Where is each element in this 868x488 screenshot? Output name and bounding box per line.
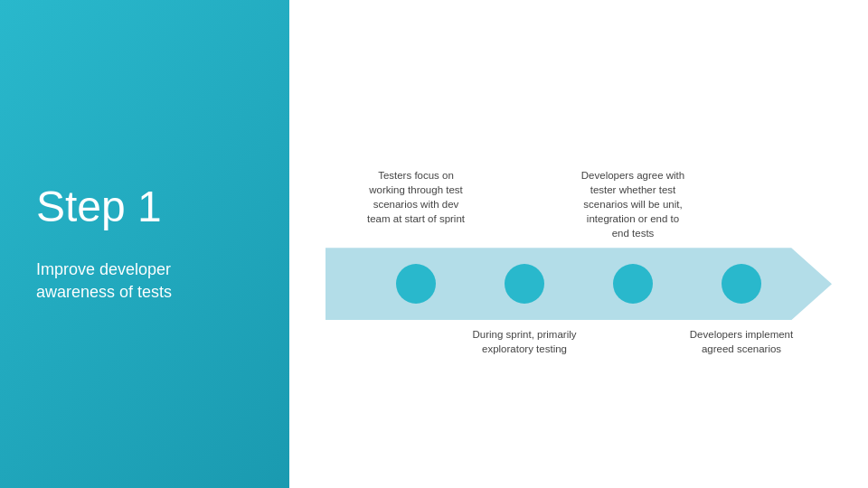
- sidebar: Step 1 Improve developer awareness of te…: [0, 0, 289, 488]
- labels-below: During sprint, primarily exploratory tes…: [326, 327, 832, 356]
- dot-4: [722, 264, 761, 304]
- step-description: Improve developer awareness of tests: [36, 258, 253, 304]
- dot-3: [613, 264, 653, 304]
- label-below-4: Developers implement agreed scenarios: [687, 327, 796, 356]
- description-line1: Improve developer: [36, 260, 171, 278]
- label-above-1: Testers focus on working through test sc…: [362, 168, 470, 240]
- labels-above: Testers focus on working through test sc…: [326, 168, 832, 240]
- dot-1: [396, 264, 436, 304]
- description-line2: awareness of tests: [36, 283, 172, 301]
- dots-row: [326, 248, 832, 320]
- step-label: Step 1: [36, 183, 253, 231]
- main-content: Testers focus on working through test sc…: [289, 0, 868, 488]
- label-above-3: Developers agree with tester whether tes…: [579, 168, 687, 240]
- arrow-track: [326, 248, 832, 320]
- label-below-2: During sprint, primarily exploratory tes…: [470, 327, 579, 356]
- timeline-container: Testers focus on working through test sc…: [326, 168, 832, 357]
- dot-2: [505, 264, 544, 304]
